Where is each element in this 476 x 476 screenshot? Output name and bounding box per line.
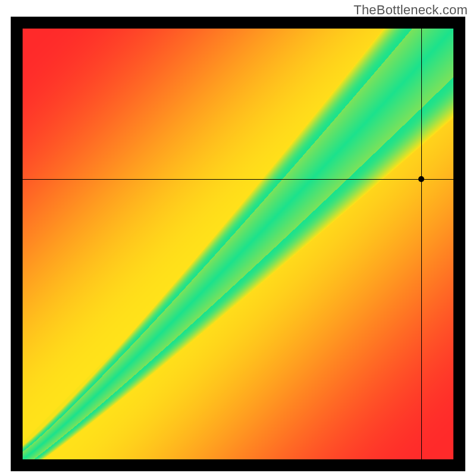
chart-frame	[11, 17, 465, 471]
crosshair-vertical	[421, 29, 422, 459]
watermark-text: TheBottleneck.com	[353, 2, 468, 18]
chart-stage: TheBottleneck.com	[0, 0, 476, 476]
crosshair-horizontal	[23, 179, 453, 180]
heatmap-canvas	[23, 29, 453, 459]
